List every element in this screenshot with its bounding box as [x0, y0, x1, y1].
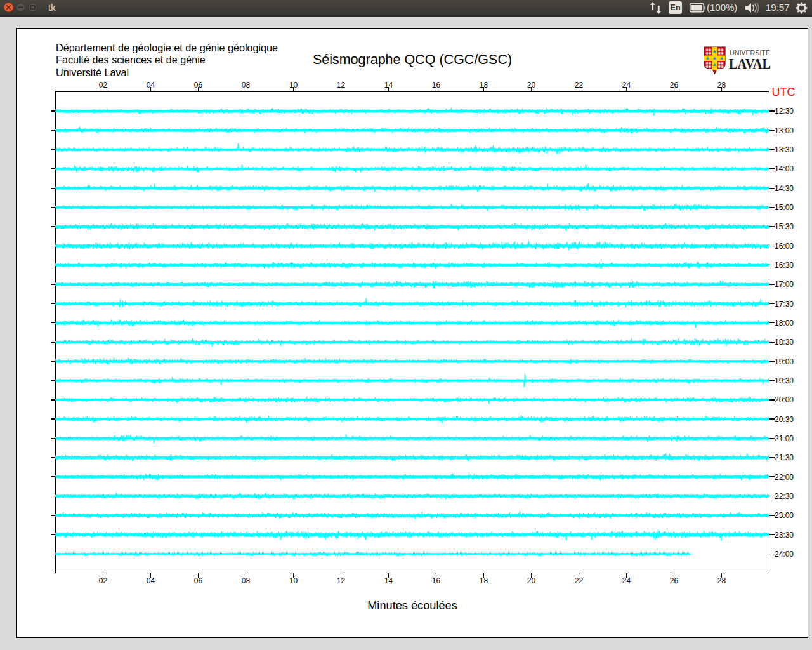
svg-text:22: 22 [575, 81, 584, 90]
svg-text:02: 02 [99, 576, 108, 585]
svg-text:20:30: 20:30 [775, 415, 794, 424]
svg-text:16: 16 [432, 81, 441, 90]
svg-text:17:30: 17:30 [775, 300, 794, 308]
svg-text:10: 10 [289, 576, 298, 585]
svg-text:21:30: 21:30 [775, 453, 794, 462]
svg-text:21:00: 21:00 [775, 434, 794, 443]
svg-text:14:30: 14:30 [775, 184, 794, 193]
svg-text:02: 02 [99, 81, 108, 90]
svg-text:19:30: 19:30 [775, 376, 794, 385]
svg-text:08: 08 [242, 576, 251, 585]
svg-text:22: 22 [575, 576, 584, 585]
svg-text:14:00: 14:00 [775, 164, 794, 173]
svg-text:24:00: 24:00 [775, 550, 794, 559]
svg-text:Minutes écoulées: Minutes écoulées [367, 599, 457, 612]
svg-text:06: 06 [194, 81, 203, 90]
svg-text:26: 26 [670, 576, 679, 585]
svg-text:13:30: 13:30 [775, 145, 794, 154]
svg-text:18:30: 18:30 [775, 338, 794, 347]
svg-text:13:00: 13:00 [775, 126, 794, 135]
svg-text:16: 16 [432, 576, 441, 585]
svg-text:06: 06 [194, 576, 203, 585]
svg-text:08: 08 [242, 81, 251, 90]
svg-text:20: 20 [527, 81, 536, 90]
svg-text:15:00: 15:00 [775, 203, 794, 212]
svg-text:14: 14 [384, 81, 393, 90]
svg-text:22:30: 22:30 [775, 492, 794, 501]
svg-text:24: 24 [622, 576, 631, 585]
svg-text:14: 14 [384, 576, 393, 585]
svg-text:18: 18 [480, 81, 488, 90]
svg-text:19:00: 19:00 [775, 357, 794, 366]
svg-text:20:00: 20:00 [775, 395, 794, 404]
svg-text:17:00: 17:00 [775, 280, 794, 289]
svg-text:UTC: UTC [772, 86, 796, 98]
svg-text:24: 24 [622, 81, 631, 90]
svg-text:28: 28 [717, 81, 726, 90]
svg-text:26: 26 [670, 81, 679, 90]
svg-text:18:00: 18:00 [775, 319, 794, 328]
svg-text:16:00: 16:00 [775, 242, 794, 251]
svg-text:16:30: 16:30 [775, 261, 794, 270]
svg-text:20: 20 [527, 576, 536, 585]
svg-text:10: 10 [289, 81, 298, 90]
svg-text:04: 04 [147, 81, 155, 90]
svg-text:12: 12 [337, 81, 346, 90]
svg-text:28: 28 [717, 576, 726, 585]
svg-text:22:00: 22:00 [775, 473, 794, 482]
svg-text:18: 18 [480, 576, 488, 585]
svg-text:04: 04 [147, 576, 155, 585]
svg-text:12:30: 12:30 [775, 107, 794, 116]
svg-text:15:30: 15:30 [775, 222, 794, 231]
svg-text:23:30: 23:30 [775, 531, 794, 540]
svg-text:23:00: 23:00 [775, 511, 794, 520]
svg-text:12: 12 [337, 576, 346, 585]
